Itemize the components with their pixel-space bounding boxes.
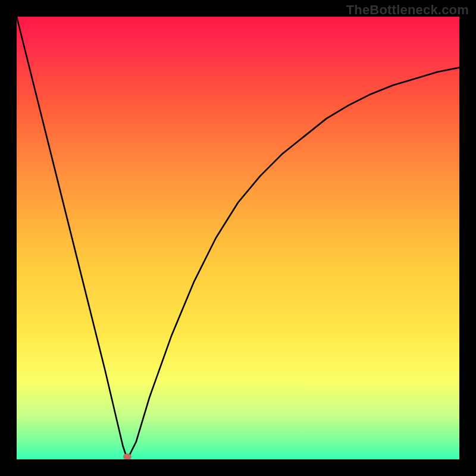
chart-frame: TheBottleneck.com bbox=[0, 0, 476, 476]
watermark-text: TheBottleneck.com bbox=[346, 2, 469, 18]
gradient-background bbox=[17, 17, 459, 459]
plot-area bbox=[17, 17, 459, 459]
bottleneck-chart bbox=[17, 17, 459, 459]
